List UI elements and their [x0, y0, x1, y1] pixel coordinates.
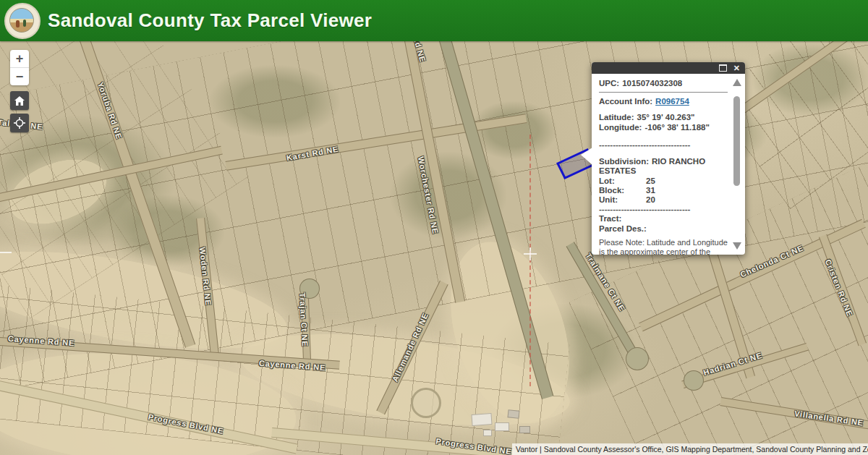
- page-title: Sandoval County Tax Parcel Viewer: [48, 9, 372, 32]
- culdesac-tralmane: [626, 347, 649, 370]
- parcel-info-popup: ✕ UPC:1015074032308 Account Info:R096754…: [592, 62, 745, 255]
- section-corner-mark: [529, 247, 531, 260]
- locate-button[interactable]: [10, 114, 29, 132]
- culdesac-hadrian: [684, 370, 704, 391]
- road-cross-street: [0, 146, 223, 203]
- popup-pointer: [581, 148, 592, 165]
- unit-line: Unit:20: [599, 195, 728, 205]
- divider: [599, 92, 728, 93]
- seal-figure: [23, 20, 26, 27]
- popup-titlebar[interactable]: ✕: [592, 62, 745, 74]
- zoom-out-button[interactable]: −: [10, 67, 29, 85]
- parcel-grid: [0, 41, 249, 319]
- road-label: Villanella Rd NE: [793, 409, 864, 427]
- block-line: Block:31: [599, 186, 728, 195]
- county-seal-logo: [4, 3, 41, 39]
- map-attribution: Vantor | Sandoval County Assessor's Offi…: [512, 443, 868, 455]
- road-label: Yoruba Rd NE: [96, 81, 124, 140]
- road-yoruba: [72, 41, 195, 348]
- section-corner-mark: [0, 252, 12, 253]
- building: [519, 426, 530, 433]
- subdivision-line: Subdivision:RIO RANCHO ESTATES: [599, 157, 728, 176]
- home-button[interactable]: [10, 91, 29, 110]
- building: [507, 409, 519, 419]
- popup-scrollbar: [731, 77, 743, 252]
- home-icon: [14, 96, 25, 106]
- scroll-up-button[interactable]: [733, 79, 741, 86]
- tract-line: Tract:: [599, 214, 728, 224]
- corral-feature: [411, 388, 441, 418]
- account-link[interactable]: R096754: [655, 97, 689, 106]
- zoom-in-button[interactable]: +: [10, 50, 29, 67]
- section-line-red-dashed: [529, 135, 531, 386]
- popup-body: UPC:1015074032308 Account Info:R096754 L…: [592, 74, 745, 255]
- latitude-line: Latitude:35° 19' 40.263": [599, 113, 728, 122]
- building: [483, 430, 492, 436]
- maximize-icon[interactable]: [719, 64, 727, 72]
- parcel-des-line: Parcel Des.:: [599, 224, 728, 234]
- zoom-control: + −: [10, 50, 29, 85]
- popup-note: Please Note: Latitude and Longitude is t…: [599, 238, 728, 255]
- building: [471, 413, 492, 426]
- scroll-thumb[interactable]: [733, 96, 740, 186]
- road-tralmane: [566, 242, 642, 362]
- close-icon[interactable]: ✕: [733, 64, 740, 72]
- road-label: Chelonda Ct NE: [739, 243, 804, 278]
- road-topright: [736, 41, 868, 116]
- map-canvas[interactable]: Yoruba Rd NE Talo Ct NE Karst Rd NE Rd N…: [0, 41, 868, 455]
- separator: ---------------------------------: [599, 140, 728, 150]
- road-label: Allemande Rd NE: [391, 311, 430, 383]
- seal-figure: [16, 20, 20, 27]
- vegetation-patch: [210, 65, 340, 137]
- scroll-down-button[interactable]: [733, 242, 741, 250]
- separator: ---------------------------------: [599, 205, 728, 214]
- seal-art: [9, 8, 34, 33]
- lot-line: Lot:25: [599, 177, 728, 186]
- upc-line: UPC:1015074032308: [599, 79, 728, 88]
- app-header: Sandoval County Tax Parcel Viewer: [0, 0, 868, 41]
- account-line: Account Info:R096754: [599, 97, 728, 106]
- building: [495, 422, 509, 431]
- locate-icon: [14, 117, 25, 129]
- vegetation-patch: [752, 43, 868, 116]
- longitude-line: Longitude:-106° 38' 11.188": [599, 123, 728, 132]
